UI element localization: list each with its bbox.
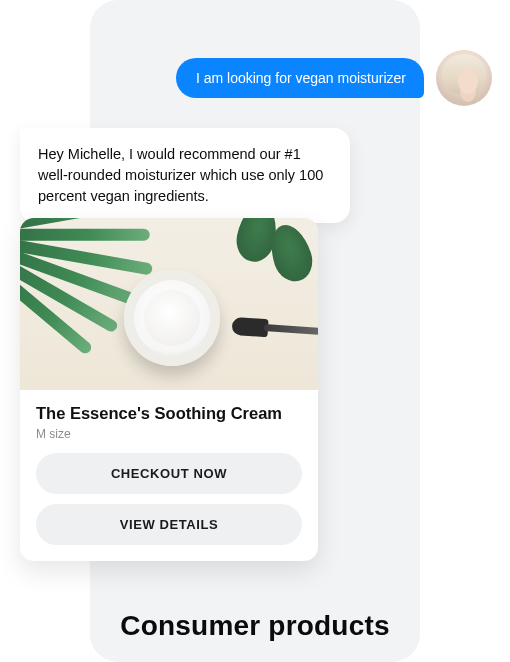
product-body: The Essence's Soothing Cream M size CHEC… bbox=[20, 390, 318, 561]
product-image bbox=[20, 218, 318, 390]
bot-reply-bubble: Hey Michelle, I would recommend our #1 w… bbox=[20, 128, 350, 223]
footer-headline: Consumer products bbox=[90, 610, 420, 642]
user-message-bubble: I am looking for vegan moisturizer bbox=[176, 58, 424, 98]
view-details-button[interactable]: VIEW DETAILS bbox=[36, 504, 302, 545]
product-card[interactable]: The Essence's Soothing Cream M size CHEC… bbox=[20, 218, 318, 561]
cream-jar-icon bbox=[124, 270, 220, 366]
checkout-button[interactable]: CHECKOUT NOW bbox=[36, 453, 302, 494]
user-message-row: I am looking for vegan moisturizer bbox=[176, 50, 492, 106]
product-subtitle: M size bbox=[36, 427, 302, 441]
user-avatar[interactable] bbox=[436, 50, 492, 106]
stage: I am looking for vegan moisturizer Hey M… bbox=[0, 0, 510, 662]
spatula-icon bbox=[231, 315, 318, 343]
product-title: The Essence's Soothing Cream bbox=[36, 404, 302, 423]
